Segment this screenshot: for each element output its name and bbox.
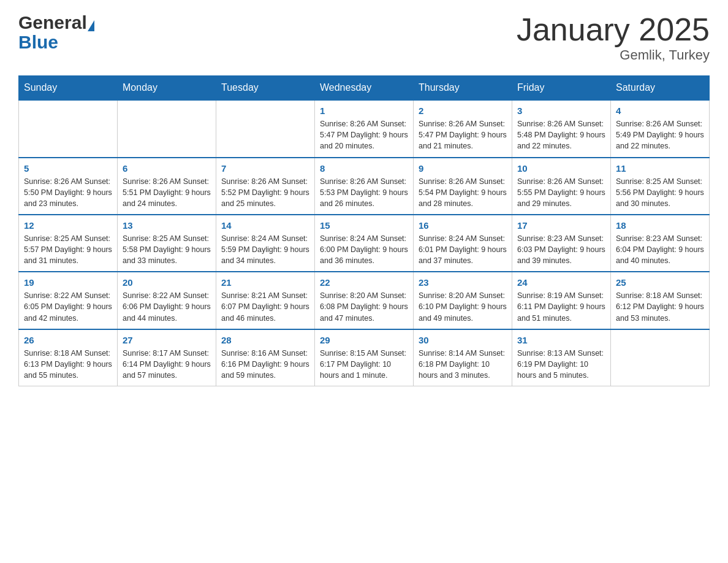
day-number: 21 bbox=[221, 277, 309, 288]
day-number: 25 bbox=[616, 277, 704, 288]
day-info: Sunrise: 8:26 AM Sunset: 5:51 PM Dayligh… bbox=[123, 176, 211, 209]
day-info: Sunrise: 8:25 AM Sunset: 5:56 PM Dayligh… bbox=[616, 176, 704, 209]
calendar-cell: 12Sunrise: 8:25 AM Sunset: 5:57 PM Dayli… bbox=[19, 215, 118, 272]
calendar-cell: 13Sunrise: 8:25 AM Sunset: 5:58 PM Dayli… bbox=[118, 215, 216, 272]
calendar-week-1: 1Sunrise: 8:26 AM Sunset: 5:47 PM Daylig… bbox=[19, 100, 710, 157]
calendar-cell: 9Sunrise: 8:26 AM Sunset: 5:54 PM Daylig… bbox=[414, 158, 512, 215]
day-info: Sunrise: 8:19 AM Sunset: 6:11 PM Dayligh… bbox=[517, 290, 605, 323]
day-number: 11 bbox=[616, 163, 704, 174]
page-header: General Blue January 2025 Gemlik, Turkey bbox=[18, 12, 710, 63]
brand-general: General bbox=[18, 12, 87, 33]
day-number: 12 bbox=[24, 220, 112, 231]
day-number: 27 bbox=[123, 335, 211, 345]
calendar-cell bbox=[216, 100, 315, 157]
calendar-cell: 31Sunrise: 8:13 AM Sunset: 6:19 PM Dayli… bbox=[512, 329, 611, 386]
calendar-cell: 1Sunrise: 8:26 AM Sunset: 5:47 PM Daylig… bbox=[315, 100, 414, 157]
logo: General Blue bbox=[18, 12, 94, 53]
column-header-tuesday: Tuesday bbox=[216, 76, 315, 101]
day-info: Sunrise: 8:24 AM Sunset: 5:59 PM Dayligh… bbox=[221, 233, 309, 266]
day-number: 9 bbox=[419, 163, 507, 174]
calendar-cell: 10Sunrise: 8:26 AM Sunset: 5:55 PM Dayli… bbox=[512, 158, 611, 215]
calendar-cell: 19Sunrise: 8:22 AM Sunset: 6:05 PM Dayli… bbox=[19, 272, 118, 329]
calendar-cell: 11Sunrise: 8:25 AM Sunset: 5:56 PM Dayli… bbox=[611, 158, 710, 215]
day-info: Sunrise: 8:20 AM Sunset: 6:10 PM Dayligh… bbox=[419, 290, 507, 323]
day-info: Sunrise: 8:24 AM Sunset: 6:00 PM Dayligh… bbox=[320, 233, 408, 266]
day-number: 28 bbox=[221, 335, 309, 345]
calendar-week-3: 12Sunrise: 8:25 AM Sunset: 5:57 PM Dayli… bbox=[19, 215, 710, 272]
day-info: Sunrise: 8:26 AM Sunset: 5:47 PM Dayligh… bbox=[320, 118, 408, 151]
calendar-cell: 26Sunrise: 8:18 AM Sunset: 6:13 PM Dayli… bbox=[19, 329, 118, 386]
column-header-wednesday: Wednesday bbox=[315, 76, 414, 101]
calendar-cell: 22Sunrise: 8:20 AM Sunset: 6:08 PM Dayli… bbox=[315, 272, 414, 329]
calendar-cell: 24Sunrise: 8:19 AM Sunset: 6:11 PM Dayli… bbox=[512, 272, 611, 329]
day-info: Sunrise: 8:26 AM Sunset: 5:52 PM Dayligh… bbox=[221, 176, 309, 209]
day-number: 1 bbox=[320, 105, 408, 116]
day-number: 13 bbox=[123, 220, 211, 231]
day-number: 10 bbox=[517, 163, 605, 174]
day-info: Sunrise: 8:21 AM Sunset: 6:07 PM Dayligh… bbox=[221, 290, 309, 323]
calendar-cell: 27Sunrise: 8:17 AM Sunset: 6:14 PM Dayli… bbox=[118, 329, 216, 386]
day-number: 29 bbox=[320, 335, 408, 345]
location: Gemlik, Turkey bbox=[517, 47, 710, 63]
day-number: 8 bbox=[320, 163, 408, 174]
day-info: Sunrise: 8:17 AM Sunset: 6:14 PM Dayligh… bbox=[123, 348, 211, 381]
calendar-week-4: 19Sunrise: 8:22 AM Sunset: 6:05 PM Dayli… bbox=[19, 272, 710, 329]
day-number: 2 bbox=[419, 105, 507, 116]
calendar-cell: 30Sunrise: 8:14 AM Sunset: 6:18 PM Dayli… bbox=[414, 329, 512, 386]
day-number: 20 bbox=[123, 277, 211, 288]
day-info: Sunrise: 8:22 AM Sunset: 6:05 PM Dayligh… bbox=[24, 290, 112, 323]
day-info: Sunrise: 8:26 AM Sunset: 5:49 PM Dayligh… bbox=[616, 118, 704, 151]
calendar-cell: 29Sunrise: 8:15 AM Sunset: 6:17 PM Dayli… bbox=[315, 329, 414, 386]
day-info: Sunrise: 8:25 AM Sunset: 5:58 PM Dayligh… bbox=[123, 233, 211, 266]
brand-blue: Blue bbox=[18, 32, 58, 53]
day-info: Sunrise: 8:26 AM Sunset: 5:55 PM Dayligh… bbox=[517, 176, 605, 209]
calendar-cell: 8Sunrise: 8:26 AM Sunset: 5:53 PM Daylig… bbox=[315, 158, 414, 215]
day-info: Sunrise: 8:25 AM Sunset: 5:57 PM Dayligh… bbox=[24, 233, 112, 266]
brand-arrow-icon bbox=[88, 20, 94, 31]
column-header-sunday: Sunday bbox=[19, 76, 118, 101]
day-number: 30 bbox=[419, 335, 507, 345]
calendar-cell: 25Sunrise: 8:18 AM Sunset: 6:12 PM Dayli… bbox=[611, 272, 710, 329]
day-info: Sunrise: 8:18 AM Sunset: 6:13 PM Dayligh… bbox=[24, 348, 112, 381]
calendar-cell: 14Sunrise: 8:24 AM Sunset: 5:59 PM Dayli… bbox=[216, 215, 315, 272]
day-number: 19 bbox=[24, 277, 112, 288]
month-title: January 2025 bbox=[517, 12, 710, 47]
day-info: Sunrise: 8:24 AM Sunset: 6:01 PM Dayligh… bbox=[419, 233, 507, 266]
calendar-cell: 15Sunrise: 8:24 AM Sunset: 6:00 PM Dayli… bbox=[315, 215, 414, 272]
calendar-cell: 23Sunrise: 8:20 AM Sunset: 6:10 PM Dayli… bbox=[414, 272, 512, 329]
day-number: 15 bbox=[320, 220, 408, 231]
day-info: Sunrise: 8:26 AM Sunset: 5:53 PM Dayligh… bbox=[320, 176, 408, 209]
calendar-week-5: 26Sunrise: 8:18 AM Sunset: 6:13 PM Dayli… bbox=[19, 329, 710, 386]
day-number: 14 bbox=[221, 220, 309, 231]
calendar-cell: 28Sunrise: 8:16 AM Sunset: 6:16 PM Dayli… bbox=[216, 329, 315, 386]
day-info: Sunrise: 8:15 AM Sunset: 6:17 PM Dayligh… bbox=[320, 348, 408, 381]
day-number: 6 bbox=[123, 163, 211, 174]
day-info: Sunrise: 8:26 AM Sunset: 5:47 PM Dayligh… bbox=[419, 118, 507, 151]
day-number: 24 bbox=[517, 277, 605, 288]
day-number: 26 bbox=[24, 335, 112, 345]
day-info: Sunrise: 8:14 AM Sunset: 6:18 PM Dayligh… bbox=[419, 348, 507, 381]
calendar-cell: 3Sunrise: 8:26 AM Sunset: 5:48 PM Daylig… bbox=[512, 100, 611, 157]
column-header-friday: Friday bbox=[512, 76, 611, 101]
day-info: Sunrise: 8:26 AM Sunset: 5:50 PM Dayligh… bbox=[24, 176, 112, 209]
day-info: Sunrise: 8:20 AM Sunset: 6:08 PM Dayligh… bbox=[320, 290, 408, 323]
calendar-cell: 5Sunrise: 8:26 AM Sunset: 5:50 PM Daylig… bbox=[19, 158, 118, 215]
calendar-cell: 2Sunrise: 8:26 AM Sunset: 5:47 PM Daylig… bbox=[414, 100, 512, 157]
day-info: Sunrise: 8:23 AM Sunset: 6:03 PM Dayligh… bbox=[517, 233, 605, 266]
calendar-table: SundayMondayTuesdayWednesdayThursdayFrid… bbox=[18, 75, 710, 386]
day-number: 7 bbox=[221, 163, 309, 174]
title-section: January 2025 Gemlik, Turkey bbox=[517, 12, 710, 63]
calendar-cell: 20Sunrise: 8:22 AM Sunset: 6:06 PM Dayli… bbox=[118, 272, 216, 329]
day-info: Sunrise: 8:26 AM Sunset: 5:48 PM Dayligh… bbox=[517, 118, 605, 151]
column-header-saturday: Saturday bbox=[611, 76, 710, 101]
calendar-cell: 6Sunrise: 8:26 AM Sunset: 5:51 PM Daylig… bbox=[118, 158, 216, 215]
calendar-cell: 18Sunrise: 8:23 AM Sunset: 6:04 PM Dayli… bbox=[611, 215, 710, 272]
calendar-cell: 17Sunrise: 8:23 AM Sunset: 6:03 PM Dayli… bbox=[512, 215, 611, 272]
calendar-week-2: 5Sunrise: 8:26 AM Sunset: 5:50 PM Daylig… bbox=[19, 158, 710, 215]
day-number: 5 bbox=[24, 163, 112, 174]
day-number: 23 bbox=[419, 277, 507, 288]
calendar-cell bbox=[118, 100, 216, 157]
calendar-cell bbox=[19, 100, 118, 157]
day-info: Sunrise: 8:26 AM Sunset: 5:54 PM Dayligh… bbox=[419, 176, 507, 209]
day-number: 17 bbox=[517, 220, 605, 231]
